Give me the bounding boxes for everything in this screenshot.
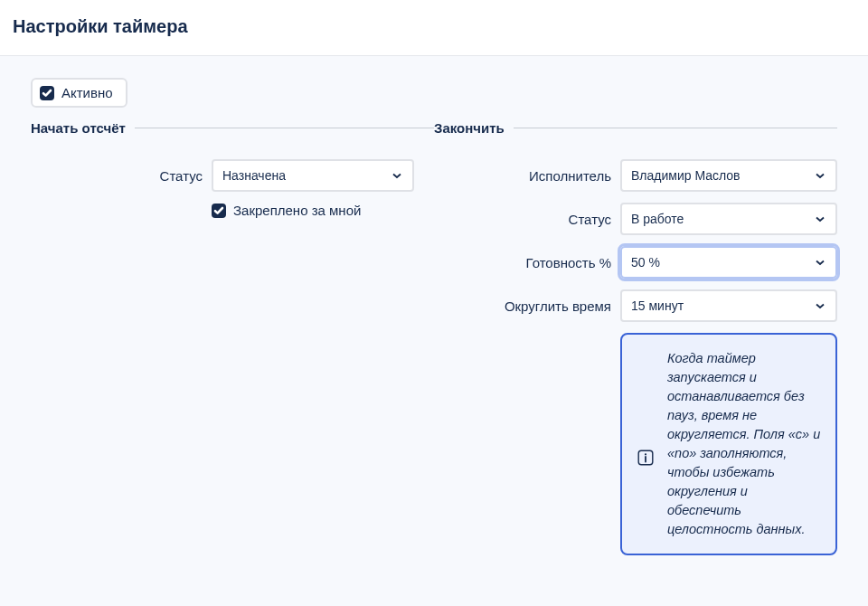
finish-status-value: В работе [631, 212, 684, 226]
readiness-select[interactable]: 50 % [620, 246, 837, 279]
svg-point-1 [645, 453, 646, 455]
finish-status-label: Статус [439, 212, 611, 227]
active-toggle-label: Активно [61, 85, 113, 100]
readiness-label: Готовность % [439, 255, 611, 270]
chevron-down-icon [814, 256, 826, 269]
assignee-label: Исполнитель [439, 168, 611, 184]
info-note: Когда таймер запускается и останавливает… [620, 333, 837, 555]
assigned-to-me-label: Закреплено за мной [233, 203, 361, 218]
chevron-down-icon [814, 169, 826, 182]
divider [514, 128, 837, 128]
group-finish-label: Закончить [434, 120, 505, 136]
start-status-label: Статус [31, 168, 203, 184]
rounding-label: Округлить время [439, 298, 611, 314]
assigned-to-me-checkbox[interactable]: Закреплено за мной [212, 203, 414, 218]
rounding-value: 15 минут [631, 298, 684, 313]
finish-status-select[interactable]: В работе [620, 203, 837, 235]
checkmark-icon [212, 204, 226, 218]
chevron-down-icon [814, 213, 826, 225]
chevron-down-icon [391, 169, 403, 182]
checkmark-icon [40, 86, 54, 100]
active-toggle[interactable]: Активно [31, 78, 127, 108]
start-status-value: Назначена [222, 168, 286, 183]
info-icon [637, 449, 655, 467]
assignee-select[interactable]: Владимир Маслов [620, 159, 837, 192]
group-start-label: Начать отсчёт [31, 120, 126, 136]
rounding-select[interactable]: 15 минут [620, 289, 837, 322]
assignee-value: Владимир Маслов [631, 168, 741, 183]
start-status-select[interactable]: Назначена [212, 159, 414, 192]
info-note-text: Когда таймер запускается и останавливает… [667, 349, 823, 539]
page-title: Настройки таймера [13, 16, 855, 37]
readiness-value: 50 % [631, 255, 660, 270]
divider [135, 128, 434, 128]
chevron-down-icon [814, 299, 826, 312]
